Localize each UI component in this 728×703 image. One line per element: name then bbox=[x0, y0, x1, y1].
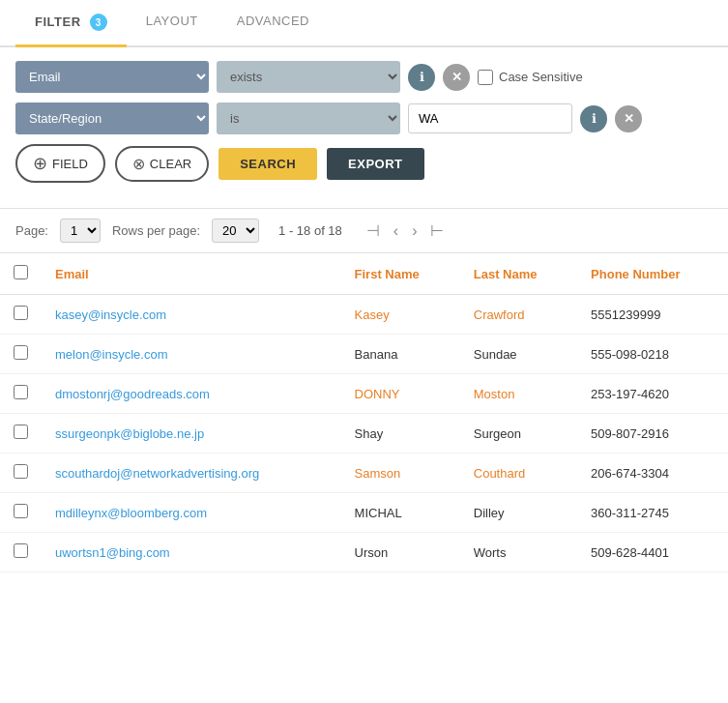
cell-first-name: DONNY bbox=[341, 374, 460, 414]
tab-layout-label: LAYOUT bbox=[146, 14, 198, 28]
filter-actions-row: ⊕ FIELD ⊗ CLEAR SEARCH EXPORT bbox=[15, 144, 713, 183]
row-checkbox-cell bbox=[0, 335, 42, 374]
row-checkbox[interactable] bbox=[14, 306, 28, 320]
row-checkbox-cell bbox=[0, 533, 42, 572]
cell-email: ssurgeonpk@biglobe.ne.jp bbox=[42, 414, 341, 454]
page-select[interactable]: 1 bbox=[60, 219, 101, 243]
cell-phone: 206-674-3304 bbox=[577, 454, 728, 493]
cell-phone: 253-197-4620 bbox=[577, 374, 728, 414]
row-checkbox[interactable] bbox=[14, 385, 28, 399]
filter-row-2: State/Region is ℹ ✕ bbox=[15, 103, 713, 134]
info-button-1[interactable]: ℹ bbox=[408, 64, 435, 91]
row-checkbox[interactable] bbox=[14, 464, 28, 479]
table-row: uwortsn1@bing.comUrsonWorts509-628-4401 bbox=[0, 533, 728, 572]
cell-phone: 555-098-0218 bbox=[577, 335, 728, 374]
pagination-row: Page: 1 Rows per page: 20 1 - 18 of 18 ⊣… bbox=[0, 209, 728, 253]
cell-email: scouthardoj@networkadvertising.org bbox=[42, 454, 341, 493]
row-checkbox[interactable] bbox=[14, 425, 28, 439]
table-row: melon@insycle.comBananaSundae555-098-021… bbox=[0, 335, 728, 374]
cell-last-name: Crawford bbox=[460, 295, 577, 335]
cell-email: dmostonrj@goodreads.com bbox=[42, 374, 341, 414]
cell-first-name: Shay bbox=[341, 414, 460, 454]
cell-first-name: Kasey bbox=[341, 295, 460, 335]
tab-advanced-label: ADVANCED bbox=[237, 14, 309, 28]
table-header-row: Email First Name Last Name Phone Number bbox=[0, 253, 728, 295]
tab-filter-badge: 3 bbox=[90, 14, 107, 31]
row-checkbox-cell bbox=[0, 414, 42, 454]
cell-email: melon@insycle.com bbox=[42, 335, 341, 374]
remove-filter-1-button[interactable]: ✕ bbox=[443, 64, 470, 91]
page-label: Page: bbox=[15, 223, 48, 238]
row-checkbox[interactable] bbox=[14, 345, 28, 360]
filter-condition-2[interactable]: is bbox=[217, 103, 400, 134]
select-all-checkbox[interactable] bbox=[14, 265, 28, 279]
cell-first-name: Banana bbox=[341, 335, 460, 374]
col-email[interactable]: Email bbox=[42, 253, 341, 295]
next-page-button[interactable]: › bbox=[407, 220, 422, 242]
tab-layout[interactable]: LAYOUT bbox=[127, 0, 218, 45]
table-row: mdilleynx@bloomberg.comMICHALDilley360-3… bbox=[0, 493, 728, 533]
row-checkbox[interactable] bbox=[14, 543, 28, 558]
remove-filter-2-button[interactable]: ✕ bbox=[615, 105, 642, 132]
cell-last-name: Moston bbox=[460, 374, 577, 414]
cell-last-name: Worts bbox=[460, 533, 577, 572]
info-button-2[interactable]: ℹ bbox=[580, 105, 607, 132]
filter-condition-1[interactable]: exists bbox=[217, 61, 400, 93]
table-row: ssurgeonpk@biglobe.ne.jpShaySurgeon509-8… bbox=[0, 414, 728, 454]
table-row: kasey@insycle.comKaseyCrawford5551239999 bbox=[0, 295, 728, 335]
table-row: scouthardoj@networkadvertising.orgSamson… bbox=[0, 454, 728, 493]
table-row: dmostonrj@goodreads.comDONNYMoston253-19… bbox=[0, 374, 728, 414]
add-field-button[interactable]: ⊕ FIELD bbox=[15, 144, 105, 183]
last-page-button[interactable]: ⊢ bbox=[425, 220, 449, 242]
tab-filter-label: FILTER bbox=[35, 15, 81, 29]
filter-area: Email exists ℹ ✕ Case Sensitive State/Re… bbox=[0, 47, 728, 208]
cell-phone: 5551239999 bbox=[577, 295, 728, 335]
tab-advanced[interactable]: ADVANCED bbox=[218, 0, 329, 45]
cell-last-name: Sundae bbox=[460, 335, 577, 374]
page-count: 1 - 18 of 18 bbox=[278, 223, 342, 238]
search-button[interactable]: SEARCH bbox=[218, 148, 317, 180]
clear-button[interactable]: ⊗ CLEAR bbox=[115, 146, 209, 182]
row-checkbox-cell bbox=[0, 493, 42, 533]
cell-first-name: Urson bbox=[341, 533, 460, 572]
col-phone[interactable]: Phone Number bbox=[577, 253, 728, 295]
rows-per-page-label: Rows per page: bbox=[112, 223, 200, 238]
plus-icon: ⊕ bbox=[33, 153, 47, 174]
filter-row-1: Email exists ℹ ✕ Case Sensitive bbox=[15, 61, 713, 93]
first-page-button[interactable]: ⊣ bbox=[362, 220, 385, 242]
data-table: Email First Name Last Name Phone Number … bbox=[0, 253, 728, 572]
col-first-name[interactable]: First Name bbox=[341, 253, 460, 295]
cell-phone: 509-628-4401 bbox=[577, 533, 728, 572]
tabs-bar: FILTER 3 LAYOUT ADVANCED bbox=[0, 0, 728, 47]
export-button[interactable]: EXPORT bbox=[327, 148, 423, 180]
cell-first-name: Samson bbox=[341, 454, 460, 493]
case-sensitive-label: Case Sensitive bbox=[478, 70, 583, 85]
cell-phone: 509-807-2916 bbox=[577, 414, 728, 454]
rows-per-page-select[interactable]: 20 bbox=[212, 219, 259, 243]
row-checkbox[interactable] bbox=[14, 504, 28, 518]
row-checkbox-cell bbox=[0, 374, 42, 414]
filter-field-1[interactable]: Email bbox=[15, 61, 209, 93]
cell-first-name: MICHAL bbox=[341, 493, 460, 533]
cell-last-name: Couthard bbox=[460, 454, 577, 493]
cell-email: mdilleynx@bloomberg.com bbox=[42, 493, 341, 533]
cell-last-name: Surgeon bbox=[460, 414, 577, 454]
select-all-cell bbox=[0, 253, 42, 295]
filter-field-2[interactable]: State/Region bbox=[15, 103, 209, 134]
pagination-nav: ⊣ ‹ › ⊢ bbox=[362, 220, 450, 242]
prev-page-button[interactable]: ‹ bbox=[389, 220, 403, 242]
cell-email: uwortsn1@bing.com bbox=[42, 533, 341, 572]
filter-value-2[interactable] bbox=[408, 103, 572, 133]
row-checkbox-cell bbox=[0, 295, 42, 335]
clear-icon: ⊗ bbox=[132, 155, 145, 173]
cell-phone: 360-311-2745 bbox=[577, 493, 728, 533]
row-checkbox-cell bbox=[0, 454, 42, 493]
tab-filter[interactable]: FILTER 3 bbox=[15, 0, 127, 47]
case-sensitive-checkbox[interactable] bbox=[478, 70, 493, 85]
cell-last-name: Dilley bbox=[460, 493, 577, 533]
data-table-wrap: Email First Name Last Name Phone Number … bbox=[0, 253, 728, 572]
cell-email: kasey@insycle.com bbox=[42, 295, 341, 335]
col-last-name[interactable]: Last Name bbox=[460, 253, 577, 295]
